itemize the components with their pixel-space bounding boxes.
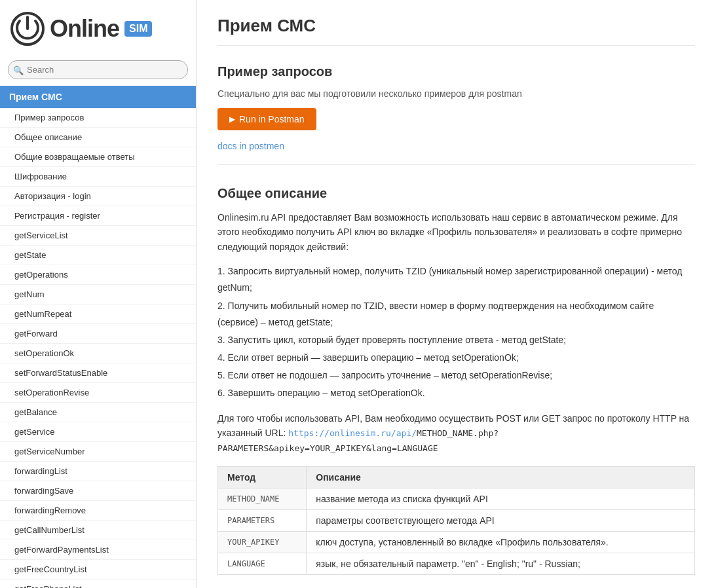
general-intro: Onlinesim.ru API предоставляет Вам возмо…	[217, 210, 695, 254]
sidebar-item-getnumrepeat[interactable]: getNumRepeat	[0, 304, 196, 324]
sidebar-item-primer[interactable]: Пример запросов	[0, 108, 196, 128]
examples-description: Специально для вас мы подготовили нескол…	[217, 88, 695, 99]
step-3: 3. Запустить цикл, который будет проверя…	[217, 332, 695, 348]
sidebar-item-getcallnumberlist[interactable]: getCallNumberList	[0, 521, 196, 540]
sidebar-item-register[interactable]: Регистрация - register	[0, 206, 196, 226]
sidebar-item-shifr[interactable]: Шифрование	[0, 167, 196, 187]
desc-language: язык, не обязательный параметр. "en" - E…	[307, 553, 695, 574]
sidebar-item-forwardinglist[interactable]: forwardingList	[0, 462, 196, 481]
docs-link[interactable]: docs in postmen	[217, 141, 695, 151]
api-table: Метод Описание METHOD_NAME название мето…	[217, 466, 695, 575]
run-in-postman-button[interactable]: ▶ Run in Postman	[217, 108, 316, 130]
sidebar-item-getoperations[interactable]: getOperations	[0, 265, 196, 285]
sidebar-item-getfreephonelist[interactable]: getFreePhoneList	[0, 579, 196, 588]
step-4: 4. Если ответ верный — завершить операци…	[217, 350, 695, 366]
api-url-text: Для того чтобы использовать API, Вам нео…	[217, 411, 695, 456]
col-desc: Описание	[307, 466, 695, 488]
logo-area: Online SIM	[0, 0, 196, 55]
sidebar-item-getfreecountrylist[interactable]: getFreeCountryList	[0, 560, 196, 579]
examples-title: Пример запросов	[217, 64, 695, 79]
sidebar-item-getservice[interactable]: getService	[0, 422, 196, 442]
step-6: 6. Завершить операцию – метод setOperati…	[217, 385, 695, 401]
sidebar-item-getforward[interactable]: getForward	[0, 324, 196, 344]
logo-online: Online	[50, 15, 119, 43]
sidebar-item-obshee[interactable]: Общее описание	[0, 128, 196, 147]
sidebar-item-setoperationrevise[interactable]: setOperationRevise	[0, 383, 196, 403]
param-parameters: PARAMETERS	[218, 509, 307, 531]
sidebar: Online SIM 🔍 Прием СМС Пример запросов О…	[0, 0, 197, 588]
sidebar-item-setforwardstatus[interactable]: setForwardStatusEnable	[0, 363, 196, 383]
col-method: Метод	[218, 466, 307, 488]
search-icon: 🔍	[13, 65, 24, 75]
sidebar-item-login[interactable]: Авторизация - login	[0, 187, 196, 206]
main-content: Прием СМС Пример запросов Специально для…	[197, 0, 716, 588]
table-row: YOUR_APIKEY ключ доступа, установленный …	[218, 531, 695, 553]
param-language: LANGUAGE	[218, 553, 307, 574]
play-icon: ▶	[229, 115, 235, 124]
table-row: LANGUAGE язык, не обязательный параметр.…	[218, 553, 695, 574]
sidebar-item-getstate[interactable]: getState	[0, 246, 196, 265]
steps-list: 1. Запросить виртуальный номер, получить…	[217, 263, 695, 402]
desc-parameters: параметры соответствующего метода API	[307, 509, 695, 531]
sidebar-item-forwardingremove[interactable]: forwardingRemove	[0, 501, 196, 521]
desc-apikey: ключ доступа, установленный во вкладке «…	[307, 531, 695, 553]
btn-postman-label: Run in Postman	[239, 114, 305, 124]
param-method-name: METHOD_NAME	[218, 488, 307, 509]
section-examples: Пример запросов Специально для вас мы по…	[217, 64, 695, 165]
search-input[interactable]	[8, 60, 188, 79]
sidebar-item-forwardingsave[interactable]: forwardingSave	[0, 481, 196, 501]
search-area: 🔍	[0, 55, 196, 86]
section-general: Общее описание Onlinesim.ru API предоста…	[217, 186, 695, 588]
nav-section-header[interactable]: Прием СМС	[0, 86, 196, 108]
sidebar-item-getservicelist[interactable]: getServiceList	[0, 226, 196, 246]
step-5: 5. Если ответ не подошел — запросить уто…	[217, 367, 695, 384]
sidebar-item-getservicenumber[interactable]: getServiceNumber	[0, 442, 196, 462]
nav-menu: Прием СМС Пример запросов Общее описание…	[0, 86, 196, 588]
table-row: PARAMETERS параметры соответствующего ме…	[218, 509, 695, 531]
sidebar-item-otvety[interactable]: Общие возвращаемые ответы	[0, 147, 196, 167]
power-icon	[10, 12, 45, 46]
page-title: Прием СМС	[217, 16, 695, 46]
desc-method-name: название метода из списка функций API	[307, 488, 695, 509]
sidebar-item-getbalance[interactable]: getBalance	[0, 403, 196, 422]
logo-sim: SIM	[124, 21, 152, 37]
step-2: 2. Получить мобильный номер по TZID, вве…	[217, 298, 695, 331]
step-1: 1. Запросить виртуальный номер, получить…	[217, 263, 695, 296]
sidebar-item-getnum[interactable]: getNum	[0, 285, 196, 304]
sidebar-item-setoperationok[interactable]: setOperationOk	[0, 344, 196, 363]
param-apikey: YOUR_APIKEY	[218, 531, 307, 553]
table-row: METHOD_NAME название метода из списка фу…	[218, 488, 695, 509]
general-title: Общее описание	[217, 186, 695, 201]
api-url-link[interactable]: https://onlinesim.ru/api/	[288, 428, 417, 438]
sidebar-item-getforwardpaymentslist[interactable]: getForwardPaymentsList	[0, 540, 196, 560]
